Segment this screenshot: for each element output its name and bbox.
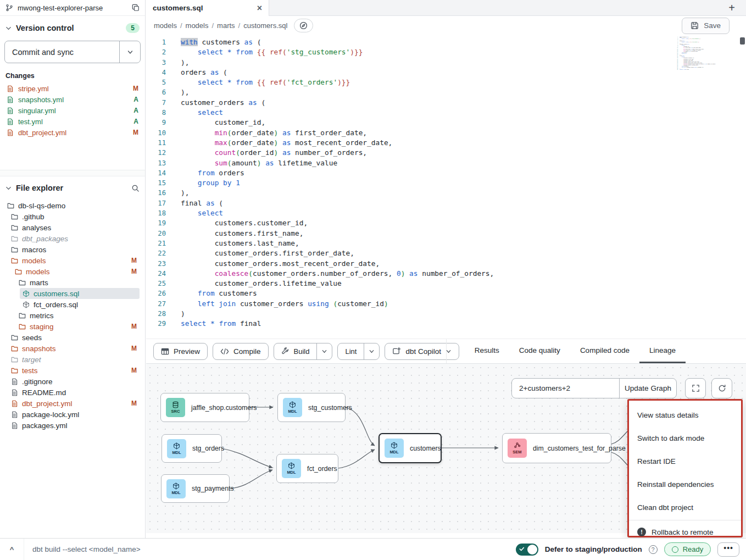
preview-button[interactable]: Preview bbox=[153, 343, 208, 360]
tree-item-models[interactable]: modelsM bbox=[0, 266, 145, 277]
tree-item-macros[interactable]: macros bbox=[0, 244, 145, 255]
lint-button[interactable]: Lint bbox=[338, 343, 364, 359]
menu-item-reinstall-dependencies[interactable]: Reinstall dependencies bbox=[629, 473, 741, 496]
change-row[interactable]: test.ymlA bbox=[0, 116, 145, 127]
tree-item--gitignore[interactable]: .gitignore bbox=[0, 376, 145, 387]
status-ready-badge[interactable]: Ready bbox=[664, 542, 711, 556]
search-icon[interactable] bbox=[131, 184, 140, 192]
lint-options-button[interactable] bbox=[364, 343, 379, 359]
lineage-selector-input[interactable]: 2+customers+2 bbox=[512, 379, 620, 398]
refresh-button[interactable] bbox=[711, 378, 732, 398]
change-status: A bbox=[133, 107, 138, 114]
more-options-button[interactable]: ••• bbox=[717, 542, 739, 557]
tree-item-inner: macros bbox=[8, 244, 140, 255]
change-row[interactable]: stripe.ymlM bbox=[0, 83, 145, 94]
tree-item-dbt-packages[interactable]: dbt_packages bbox=[0, 233, 145, 244]
tree-item-packages-yml[interactable]: packages.yml bbox=[0, 420, 145, 431]
lineage-node-jaffle-shop-customers[interactable]: SRCjaffle_shop.customers bbox=[160, 393, 249, 422]
model-icon bbox=[23, 290, 30, 297]
code-line: 22 customer_orders.first_order_date, bbox=[146, 248, 746, 258]
chevron-down-icon[interactable] bbox=[5, 25, 12, 31]
change-row[interactable]: dbt_project.ymlM bbox=[0, 127, 145, 138]
change-row[interactable]: singular.ymlA bbox=[0, 105, 145, 116]
build-button[interactable]: Build bbox=[274, 343, 317, 359]
code-editor[interactable]: 1with customers as (2 select * from {{ r… bbox=[146, 35, 746, 339]
tree-item-models[interactable]: modelsM bbox=[0, 255, 145, 266]
tree-item--github[interactable]: .github bbox=[0, 211, 145, 222]
tree-item-label: target bbox=[22, 356, 41, 364]
breadcrumb-item[interactable]: marts bbox=[217, 21, 235, 30]
cube-icon: MDL bbox=[167, 439, 186, 458]
wrench-icon bbox=[281, 347, 290, 356]
folder-icon bbox=[19, 312, 26, 319]
breadcrumb-item[interactable]: models bbox=[186, 21, 209, 30]
new-tab-button[interactable]: + bbox=[717, 0, 746, 15]
lineage-node-stg-orders[interactable]: MDLstg_orders bbox=[162, 434, 222, 463]
lineage-node-stg-customers[interactable]: MDLstg_customers bbox=[277, 393, 346, 422]
tree-item-snapshots[interactable]: snapshotsM bbox=[0, 343, 145, 354]
tree-item-package-lock-yml[interactable]: package-lock.yml bbox=[0, 409, 145, 420]
tree-item-staging[interactable]: stagingM bbox=[0, 321, 145, 332]
alert-icon: ! bbox=[637, 528, 646, 536]
version-control-title: Version control bbox=[16, 24, 74, 32]
tree-item-dbt-project-yml[interactable]: dbt_project.ymlM bbox=[0, 398, 145, 409]
line-number: 13 bbox=[146, 158, 166, 168]
tab-lineage[interactable]: Lineage bbox=[639, 339, 686, 363]
tree-item-label: fct_orders.sql bbox=[34, 301, 78, 309]
fullscreen-button[interactable] bbox=[685, 378, 706, 398]
code-line: 10 min(order_date) as first_order_date, bbox=[146, 128, 746, 138]
lineage-node-customers[interactable]: MDLcustomers bbox=[378, 433, 442, 463]
lineage-selector: 2+customers+2 Update Graph bbox=[511, 378, 677, 398]
model-icon bbox=[23, 301, 30, 308]
panel-divider bbox=[0, 170, 145, 176]
command-input[interactable]: dbt build --select <model_name> bbox=[24, 545, 141, 553]
compass-icon[interactable] bbox=[294, 19, 313, 32]
close-icon[interactable]: × bbox=[257, 4, 262, 13]
help-icon[interactable]: ? bbox=[649, 545, 658, 554]
menu-item-switch-to-dark-mode[interactable]: Switch to dark mode bbox=[629, 426, 741, 450]
cube-icon: MDL bbox=[385, 439, 404, 458]
tree-item-metrics[interactable]: metrics bbox=[0, 310, 145, 321]
breadcrumb-item[interactable]: customers.sql bbox=[243, 21, 287, 30]
tree-item-tests[interactable]: testsM bbox=[0, 365, 145, 376]
tab-customers-sql[interactable]: customers.sql × bbox=[146, 0, 269, 16]
tree-item-analyses[interactable]: analyses bbox=[0, 222, 145, 233]
tree-item-inner: marts bbox=[16, 277, 140, 288]
line-number: 7 bbox=[146, 98, 166, 108]
lineage-node-label: stg_orders bbox=[192, 445, 224, 452]
tree-item-db-sl-qs-demo[interactable]: db-sl-qs-demo bbox=[0, 200, 145, 211]
scrollbar-thumb[interactable] bbox=[740, 37, 745, 45]
change-row[interactable]: snapshots.ymlA bbox=[0, 94, 145, 105]
tree-item-readme-md[interactable]: README.md bbox=[0, 387, 145, 398]
tree-item-customers-sql[interactable]: customers.sql bbox=[0, 288, 145, 299]
defer-toggle[interactable] bbox=[516, 544, 538, 556]
compile-button[interactable]: Compile bbox=[213, 343, 269, 360]
breadcrumb-item[interactable]: models bbox=[154, 21, 177, 30]
tree-item-target[interactable]: target bbox=[0, 354, 145, 365]
tab-code-quality[interactable]: Code quality bbox=[509, 339, 570, 363]
lineage-node-stg-payments[interactable]: MDLstg_payments bbox=[161, 474, 230, 503]
chevron-down-icon[interactable] bbox=[5, 185, 12, 191]
tree-item-fct-orders-sql[interactable]: fct_orders.sql bbox=[0, 299, 145, 310]
tree-item-marts[interactable]: marts bbox=[0, 277, 145, 288]
menu-item-view-status-details[interactable]: View status details bbox=[629, 403, 741, 426]
expand-command-bar-button[interactable]: ^ bbox=[0, 539, 24, 560]
commit-and-sync-button[interactable]: Commit and sync bbox=[5, 41, 119, 63]
lineage-node-fct-orders[interactable]: MDLfct_orders bbox=[276, 454, 338, 483]
commit-options-button[interactable] bbox=[119, 41, 140, 63]
build-options-button[interactable] bbox=[316, 343, 332, 359]
dbt-copilot-button[interactable]: dbt Copilot bbox=[385, 343, 459, 360]
lineage-node-dim-customers-test-for-parse[interactable]: SEMdim_customers_test_for_parse bbox=[502, 433, 611, 463]
menu-item-clean-dbt-project[interactable]: Clean dbt project bbox=[629, 496, 741, 519]
update-graph-button[interactable]: Update Graph bbox=[620, 379, 676, 398]
tab-compiled-code[interactable]: Compiled code bbox=[570, 339, 639, 363]
tree-item-seeds[interactable]: seeds bbox=[0, 332, 145, 343]
tree-item-label: analyses bbox=[22, 224, 51, 232]
line-number: 6 bbox=[146, 87, 166, 97]
tab-strip: customers.sql × + bbox=[146, 0, 746, 16]
tab-results[interactable]: Results bbox=[465, 339, 509, 363]
save-button[interactable]: Save bbox=[682, 18, 730, 34]
menu-item-restart-ide[interactable]: Restart IDE bbox=[629, 450, 741, 473]
change-status: M bbox=[133, 85, 138, 92]
copy-icon[interactable] bbox=[132, 4, 140, 12]
